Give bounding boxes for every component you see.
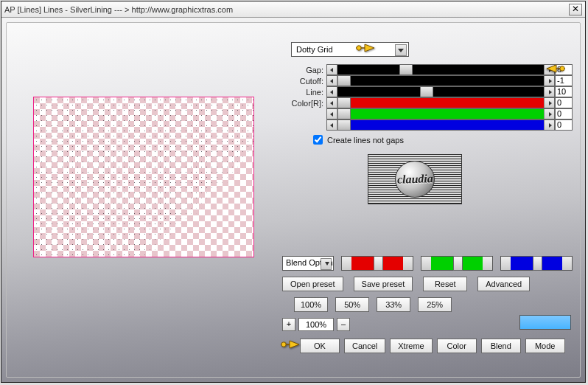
slider-label: Cutoff:	[282, 77, 326, 86]
arrow-left-icon[interactable]	[327, 87, 337, 97]
arrow-right-icon[interactable]	[544, 109, 554, 119]
titlebar[interactable]: AP [Lines] Lines - SilverLining --- > ht…	[1, 1, 585, 18]
arrow-left-icon[interactable]	[327, 65, 337, 74]
color-b-value[interactable]: 0	[555, 119, 573, 131]
slider-label: Line:	[282, 88, 326, 97]
svg-point-0	[357, 46, 361, 50]
zoom-value[interactable]: 100%	[298, 318, 334, 331]
line-value[interactable]: 10	[555, 86, 573, 97]
color-b-slider[interactable]	[326, 119, 555, 131]
brand-text: claudia	[396, 172, 433, 187]
zoom-in-button[interactable]: +	[282, 318, 295, 331]
gap-slider[interactable]	[326, 64, 555, 75]
pointer-hand-icon	[354, 41, 377, 55]
arrow-right-icon[interactable]	[544, 120, 554, 130]
arrow-right-icon[interactable]	[544, 98, 554, 108]
slider-row-color-b: 0	[282, 119, 573, 131]
pointer-hand-icon	[279, 337, 301, 352]
slider-row-cutoff: Cutoff: -1	[282, 75, 573, 86]
zoom-row: + 100% –	[282, 318, 350, 331]
blend-row: Blend Options	[282, 256, 573, 271]
plugin-window: AP [Lines] Lines - SilverLining --- > ht…	[1, 1, 586, 383]
pct-50-button[interactable]: 50%	[335, 297, 369, 312]
brand-logo: claudia	[368, 154, 462, 204]
arrow-left-icon[interactable]	[327, 120, 337, 130]
pointer-hand-icon	[545, 61, 567, 76]
blend-button[interactable]: Blend	[481, 339, 521, 353]
checkbox-input[interactable]	[313, 135, 323, 145]
slider-row-color-r: Color[R]: 0	[282, 97, 573, 108]
line-slider[interactable]	[326, 86, 555, 97]
cancel-button[interactable]: Cancel	[344, 339, 385, 353]
slider-stack: Gap: 8 Cutoff: -1	[282, 64, 573, 131]
blend-options-value: Blend Options	[286, 258, 334, 267]
dialog-body: Dotty Grid Gap: 8 Cutoff:	[6, 22, 581, 378]
mode-button[interactable]: Mode	[525, 339, 565, 353]
color-r-slider[interactable]	[326, 97, 555, 108]
color-r-value[interactable]: 0	[555, 97, 573, 108]
xtreme-button[interactable]: Xtreme	[390, 339, 432, 353]
pct-100-button[interactable]: 100%	[294, 297, 328, 312]
close-button[interactable]: ✕	[569, 4, 582, 15]
color-g-slider[interactable]	[326, 108, 555, 119]
arrow-left-icon[interactable]	[327, 76, 337, 86]
preview-frame	[33, 97, 254, 257]
svg-point-2	[281, 342, 286, 347]
reset-button[interactable]: Reset	[423, 277, 467, 291]
advanced-button[interactable]: Advanced	[477, 277, 530, 291]
svg-point-1	[560, 66, 564, 71]
slider-row-gap: Gap: 8	[282, 64, 573, 75]
preview-image[interactable]	[34, 97, 253, 257]
preset-row: Open preset Save preset Reset Advanced	[282, 277, 530, 291]
pct-25-button[interactable]: 25%	[418, 297, 452, 312]
slider-label: Color[R]:	[282, 99, 326, 108]
arrow-left-icon[interactable]	[327, 109, 337, 119]
action-row: OK Cancel Xtreme Color Blend Mode	[300, 339, 565, 353]
blend-b-slider[interactable]	[500, 256, 573, 271]
color-g-value[interactable]: 0	[555, 108, 573, 119]
controls-panel: Dotty Grid Gap: 8 Cutoff:	[282, 29, 575, 372]
arrow-right-icon[interactable]	[544, 76, 554, 86]
effect-dropdown-value: Dotty Grid	[296, 45, 333, 54]
checkbox-label: Create lines not gaps	[327, 136, 404, 145]
save-preset-button[interactable]: Save preset	[354, 277, 413, 291]
percent-row: 100% 50% 33% 25%	[294, 297, 452, 312]
blend-options-dropdown[interactable]: Blend Options	[282, 256, 334, 271]
cutoff-slider[interactable]	[326, 75, 555, 86]
arrow-left-icon[interactable]	[327, 98, 337, 108]
window-title: AP [Lines] Lines - SilverLining --- > ht…	[4, 5, 569, 14]
blend-g-slider[interactable]	[421, 256, 493, 271]
effect-dropdown[interactable]: Dotty Grid	[291, 42, 409, 57]
slider-row-line: Line: 10	[282, 86, 573, 97]
cutoff-value[interactable]: -1	[555, 75, 573, 86]
color-button[interactable]: Color	[437, 339, 477, 353]
color-swatch[interactable]	[519, 315, 571, 330]
slider-label: Gap:	[282, 66, 326, 74]
open-preset-button[interactable]: Open preset	[282, 277, 343, 291]
blend-r-slider[interactable]	[341, 256, 413, 271]
create-lines-checkbox[interactable]: Create lines not gaps	[313, 135, 404, 145]
arrow-right-icon[interactable]	[544, 87, 554, 97]
pct-33-button[interactable]: 33%	[377, 297, 410, 312]
zoom-out-button[interactable]: –	[337, 318, 350, 331]
ok-button[interactable]: OK	[300, 339, 340, 353]
slider-row-color-g: 0	[282, 108, 573, 119]
